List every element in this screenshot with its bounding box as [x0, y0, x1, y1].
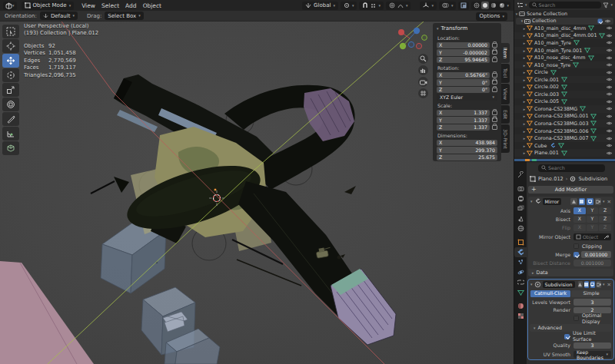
outliner-item[interactable]: ▸A10_main_disc_4mm.001: [514, 32, 615, 40]
simple-button[interactable]: Simple: [571, 290, 611, 297]
use-limit-surface-checkbox[interactable]: [564, 334, 570, 339]
panel-collapse-icon[interactable]: ▾: [530, 200, 533, 204]
show-in-editmode-toggle[interactable]: [584, 281, 589, 288]
show-realtime-toggle[interactable]: [590, 281, 595, 288]
levels-viewport-field[interactable]: 3: [573, 299, 611, 306]
menu-object[interactable]: Object: [140, 2, 165, 9]
add-modifier-button[interactable]: + Add Modifier: [528, 186, 613, 194]
airplane-model[interactable]: [91, 74, 396, 345]
pink-plane-object[interactable]: [0, 261, 94, 364]
editor-type-button[interactable]: ▾: [3, 2, 17, 10]
clipping-checkbox[interactable]: [573, 243, 579, 249]
collection-checkbox[interactable]: [598, 18, 603, 23]
show-in-editmode-toggle[interactable]: [579, 198, 586, 205]
properties-tab-object[interactable]: [514, 237, 527, 247]
outliner-editor-icon[interactable]: [517, 2, 524, 8]
tool-cursor[interactable]: [2, 39, 19, 53]
lock-icon[interactable]: [492, 58, 497, 62]
npanel-tab-item[interactable]: Item: [501, 43, 510, 63]
merge-checkbox[interactable]: [573, 252, 579, 257]
eye-icon[interactable]: [606, 91, 613, 97]
subdivision-modifier-header[interactable]: ▾ Subdivision ▾ ✕: [528, 280, 613, 290]
eye-icon[interactable]: [606, 62, 613, 68]
properties-tab-physics[interactable]: [514, 267, 527, 277]
eye-icon[interactable]: [604, 18, 611, 24]
mirror-object-field[interactable]: Object: [573, 233, 611, 241]
lock-icon[interactable]: [492, 80, 497, 84]
eye-icon[interactable]: [606, 33, 613, 38]
outliner-collection[interactable]: ▾ Collection: [516, 18, 613, 25]
lock-icon[interactable]: [492, 50, 497, 55]
show-on-cage-toggle[interactable]: [570, 198, 577, 205]
eye-icon[interactable]: [606, 151, 613, 156]
outliner-item[interactable]: ▸Plane.001: [514, 149, 615, 157]
shading-wireframe-button[interactable]: [473, 2, 480, 9]
axis-z-button[interactable]: Z: [599, 207, 611, 214]
properties-search-input[interactable]: Search: [538, 164, 605, 172]
shading-rendered-button[interactable]: [498, 2, 506, 9]
eye-icon[interactable]: [606, 40, 613, 45]
outliner-item[interactable]: ▸Corona-CS238MG.006: [514, 127, 615, 135]
orientation-setting-dropdown[interactable]: Default ▾: [40, 12, 78, 20]
properties-tab-view-layer[interactable]: [514, 204, 527, 213]
eye-icon[interactable]: [606, 70, 613, 75]
zoom-button[interactable]: [418, 54, 428, 64]
outliner-search-input[interactable]: Search: [529, 2, 602, 8]
shading-options-chevron[interactable]: ▾: [507, 4, 509, 8]
modifier-name-field[interactable]: Subdivision: [543, 281, 575, 288]
transform-field[interactable]: Y0°: [437, 79, 490, 86]
snap-controls[interactable]: ▾: [359, 2, 384, 10]
close-icon[interactable]: ✕: [607, 282, 611, 288]
transform-field[interactable]: X0.00000: [437, 42, 490, 49]
menu-add[interactable]: Add: [122, 2, 140, 9]
viewport-3d[interactable]: ▾ Object Mode ▾ ViewSelectAddObject Glob…: [0, 0, 514, 364]
properties-tab-scene[interactable]: [514, 213, 527, 223]
outliner-scene-collection[interactable]: ▾ Scene Collection: [514, 10, 615, 18]
drag-setting-dropdown[interactable]: Select Box ▾: [105, 12, 143, 20]
eye-icon[interactable]: [606, 84, 613, 90]
eye-icon[interactable]: [606, 106, 613, 111]
properties-tab-material[interactable]: [514, 301, 527, 311]
transform-field[interactable]: Y-0.000002: [437, 49, 490, 56]
properties-tab-render[interactable]: [514, 184, 527, 194]
mode-selector[interactable]: Object Mode ▾: [22, 2, 75, 10]
lock-icon[interactable]: [492, 111, 497, 115]
pan-hand-button[interactable]: [418, 65, 428, 75]
outliner-item[interactable]: ▸A10_nose_disc_4mm: [514, 54, 615, 61]
quality-field[interactable]: 3: [573, 342, 611, 349]
properties-tab-output[interactable]: [514, 194, 527, 204]
outliner-item[interactable]: ▸Corona-CS238MG.007: [514, 134, 615, 142]
outliner-item[interactable]: ▸A10_main_disc_4mm: [514, 25, 615, 32]
outliner-item[interactable]: ▸A10_nose_Tyre: [514, 61, 615, 69]
eye-icon[interactable]: [606, 55, 613, 61]
merge-threshold-field[interactable]: 0.001000: [581, 251, 611, 258]
lock-icon[interactable]: [492, 43, 497, 48]
outliner-item[interactable]: ▸Corona-CS238MG: [514, 105, 615, 113]
tool-move[interactable]: [2, 54, 19, 68]
shading-material-button[interactable]: [490, 2, 497, 9]
tool-scale[interactable]: [2, 83, 19, 97]
transform-field[interactable]: Y1.337: [437, 117, 490, 124]
transform-field[interactable]: Z95.94645: [437, 57, 490, 64]
modifier-extras-dropdown[interactable]: ▾: [603, 200, 605, 204]
outliner-item[interactable]: ▸A10_main_Tyre.001: [514, 47, 615, 55]
panel-collapse-icon[interactable]: ▾: [437, 27, 439, 31]
camera-view-button[interactable]: [418, 77, 428, 87]
shading-solid-button[interactable]: [481, 2, 489, 9]
uv-smooth-dropdown[interactable]: Keep Boundaries ▾: [573, 351, 611, 359]
outliner-item[interactable]: ▸Corona-CS238MG.001: [514, 113, 615, 121]
eye-icon[interactable]: [606, 114, 613, 119]
properties-tab-constraints[interactable]: [514, 277, 527, 287]
options-dropdown[interactable]: Options▾: [476, 12, 507, 21]
outliner-item[interactable]: ▸Circle.005: [514, 98, 615, 106]
transform-field[interactable]: Z25.675: [437, 154, 497, 161]
tool-annotate[interactable]: [2, 112, 19, 126]
outliner-item[interactable]: ▸Circle: [514, 68, 615, 76]
panel-collapse-icon[interactable]: ▾: [530, 283, 533, 286]
npanel-tab-view[interactable]: View: [501, 84, 510, 104]
eye-icon[interactable]: [606, 25, 613, 31]
transform-field[interactable]: Z1.337: [437, 124, 490, 131]
show-render-toggle[interactable]: [595, 198, 602, 205]
lock-icon[interactable]: [492, 73, 497, 78]
eye-icon[interactable]: [606, 136, 613, 141]
